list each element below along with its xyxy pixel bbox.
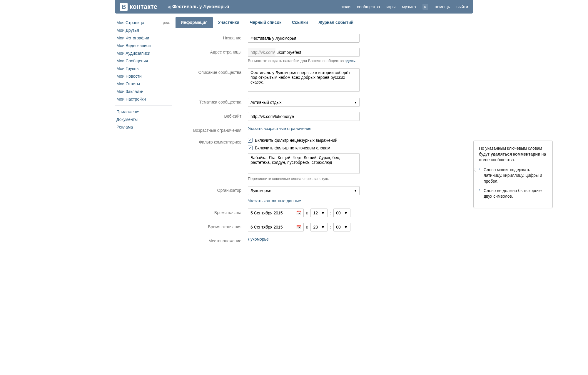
left-sidebar: Моя Страницаред. Мои Друзья Мои Фотограф… [115,17,172,254]
tab-blacklist[interactable]: Чёрный список [245,17,287,28]
chevron-down-icon: ▼ [321,211,325,215]
sidebar-item-news[interactable]: Мои Новости [115,72,172,80]
address-prefix: http://vk.com/ [248,48,275,56]
sidebar-item-friends[interactable]: Мои Друзья [115,26,172,34]
address-input[interactable] [275,48,359,56]
sidebar-item-bookmarks[interactable]: Мои Закладки [115,88,172,95]
keywords-hint: Перечислите ключевые слова через запятую… [248,176,360,181]
end-time-label: Время окончания: [176,223,248,229]
description-label: Описание сообщества: [176,68,248,75]
top-header: В контакте ◀ Фестиваль у Лукоморья люди … [115,0,473,14]
main-content: Информация Участники Чёрный список Ссылк… [176,17,473,254]
sidebar-item-settings[interactable]: Мои Настройки [115,95,172,103]
start-date-input[interactable]: 5 Сентября 2015 📅 [248,209,304,217]
sidebar-item-ads[interactable]: Реклама [115,123,172,131]
check-icon: ✓ [248,138,253,143]
age-restrictions-link[interactable]: Указать возрастные ограничения [248,126,311,131]
nav-help[interactable]: помощь [435,4,450,9]
sidebar-item-groups[interactable]: Мои Группы [115,65,172,72]
sidebar-item-docs[interactable]: Документы [115,116,172,123]
filter-profanity-checkbox[interactable]: ✓ Включить фильтр нецензурных выражений [248,138,365,143]
website-label: Веб-сайт: [176,112,248,119]
sidebar-item-answers[interactable]: Мои Ответы [115,80,172,88]
sidebar-item-apps[interactable]: Приложения [115,108,172,116]
calendar-icon: 📅 [296,225,301,229]
start-min-select[interactable]: 00▼ [333,209,350,217]
tooltip-rule-2: Слово не должно быть короче двух символо… [484,188,547,199]
start-hour-select[interactable]: 12▼ [310,209,328,217]
chevron-down-icon: ▼ [321,225,325,229]
filter-label: Фильтр комментариев: [176,138,248,144]
age-label: Возрастные ограничения: [176,126,248,133]
start-time-label: Время начала: [176,209,248,215]
chevron-down-icon: ▼ [344,211,348,215]
header-page-title: Фестиваль у Лукоморья [172,4,340,9]
sidebar-item-my-page[interactable]: Моя Страницаред. [115,19,172,26]
at-label: в [306,211,308,215]
location-link[interactable]: Лукоморье [248,237,269,241]
end-min-select[interactable]: 00▼ [333,223,350,231]
filter-keywords-checkbox[interactable]: ✓ Включить фильтр по ключевым словам [248,146,365,150]
location-label: Местоположение: [176,237,248,243]
calendar-icon: 📅 [296,211,301,215]
nav-music[interactable]: музыка [402,4,416,9]
sidebar-item-messages[interactable]: Мои Сообщения [115,57,172,65]
sidebar-item-videos[interactable]: Мои Видеозаписи [115,42,172,49]
sidebar-separator [115,105,172,106]
nav-games[interactable]: игры [387,4,396,9]
address-label: Адрес страницы: [176,48,248,54]
contact-data-link[interactable]: Указать контактные данные [248,199,301,203]
tab-members[interactable]: Участники [213,17,245,28]
chevron-down-icon: ▼ [354,189,357,192]
tab-bar: Информация Участники Чёрный список Ссылк… [176,17,473,28]
end-date-input[interactable]: 6 Сентября 2015 📅 [248,223,304,231]
tooltip-rule-1: Слово может содержать латиницу, кириллиц… [484,167,547,184]
check-icon: ✓ [248,146,253,150]
organizer-select[interactable]: Лукоморье ▼ [248,186,360,195]
end-hour-select[interactable]: 23▼ [310,223,328,231]
description-textarea[interactable] [248,68,360,92]
name-input[interactable] [248,34,360,43]
sidebar-item-audio[interactable]: Мои Аудиозаписи [115,49,172,57]
nav-expand-icon[interactable]: ▶ [422,4,428,10]
name-label: Название: [176,34,248,40]
nav-people[interactable]: люди [340,4,350,9]
address-hint: Вы можете создать наклейки для Вашего со… [248,59,360,63]
at-label: в [306,225,308,229]
keywords-tooltip: По указанным ключевым словам будут удаля… [473,141,553,208]
chevron-down-icon: ▼ [344,225,348,229]
organizer-label: Организатор: [176,186,248,193]
topic-label: Тематика сообщества: [176,98,248,104]
nav-communities[interactable]: сообщества [357,4,380,9]
keywords-textarea[interactable] [248,153,360,174]
tab-links[interactable]: Ссылки [287,17,313,28]
edit-suffix[interactable]: ред. [163,20,170,25]
stickers-link[interactable]: здесь [345,59,355,63]
tab-eventlog[interactable]: Журнал событий [313,17,359,28]
sidebar-item-photos[interactable]: Мои Фотографии [115,34,172,42]
nav-logout[interactable]: выйти [456,4,468,9]
chevron-down-icon: ▼ [354,101,357,104]
nav-back-arrow-icon[interactable]: ◀ [167,4,171,9]
vk-logo-text[interactable]: контакте [129,3,157,11]
website-input[interactable] [248,112,360,121]
vk-logo-icon[interactable]: В [120,3,128,11]
tab-information[interactable]: Информация [176,17,213,28]
topic-select[interactable]: Активный отдых ▼ [248,98,360,107]
